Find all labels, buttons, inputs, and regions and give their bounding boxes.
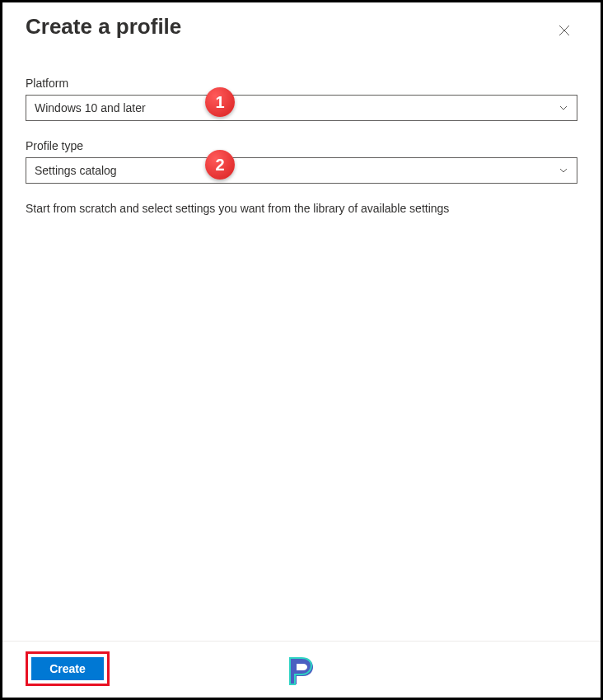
chevron-down-icon (559, 166, 568, 175)
create-button[interactable]: Create (31, 657, 104, 680)
create-button-highlight: Create (26, 651, 110, 686)
annotation-badge-1: 1 (205, 87, 235, 117)
profile-type-dropdown[interactable]: Settings catalog (26, 157, 577, 184)
platform-label: Platform (26, 77, 577, 90)
brand-logo (283, 653, 320, 689)
profile-type-label: Profile type (26, 139, 577, 152)
profile-type-value: Settings catalog (35, 164, 117, 177)
platform-dropdown[interactable]: Windows 10 and later (26, 95, 577, 121)
close-icon (559, 25, 570, 36)
close-button[interactable] (551, 17, 577, 44)
annotation-badge-2: 2 (205, 150, 235, 180)
page-title: Create a profile (26, 14, 181, 40)
platform-value: Windows 10 and later (35, 101, 146, 114)
description-text: Start from scratch and select settings y… (26, 202, 577, 215)
chevron-down-icon (559, 103, 568, 113)
